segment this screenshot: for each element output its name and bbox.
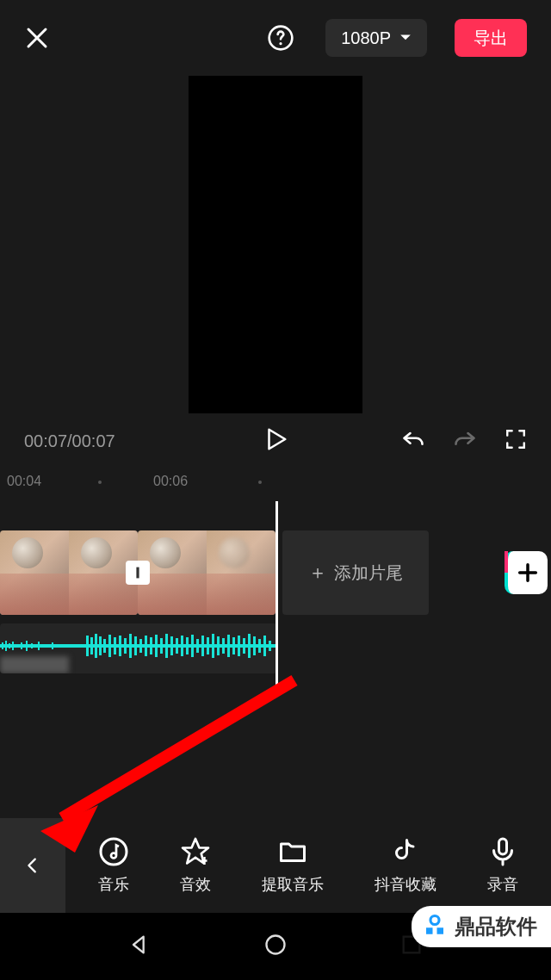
svg-rect-46 [243,638,245,654]
svg-rect-15 [86,636,89,656]
svg-rect-59 [437,927,444,934]
svg-point-1 [280,42,282,45]
microphone-icon [487,836,518,867]
tool-sound-effect[interactable]: 音效 [180,836,211,895]
tool-record[interactable]: 录音 [487,836,518,895]
timeline[interactable]: ＋ 添加片尾 [0,494,551,832]
redo-button[interactable] [453,427,477,455]
svg-rect-30 [160,638,163,654]
ruler-mark: 00:04 [7,474,41,489]
svg-rect-58 [426,927,433,934]
svg-rect-21 [114,637,116,654]
tool-douyin-favorites[interactable]: 抖音收藏 [375,836,436,895]
timeline-ruler[interactable]: 00:04 00:06 [0,474,551,494]
svg-rect-8 [15,644,17,648]
svg-rect-32 [170,636,173,655]
svg-rect-54 [499,839,507,854]
svg-rect-35 [186,637,189,654]
chevron-down-icon [399,34,412,42]
svg-rect-33 [176,638,178,654]
tool-extract-music[interactable]: 提取音乐 [262,836,324,895]
transition-button[interactable] [126,561,150,585]
video-clip[interactable] [138,530,276,615]
svg-rect-7 [12,642,14,650]
svg-rect-45 [238,636,240,656]
svg-rect-17 [95,634,97,658]
svg-rect-39 [207,637,209,654]
svg-rect-27 [145,636,147,656]
close-button[interactable] [24,25,50,51]
svg-rect-48 [253,636,256,655]
svg-rect-38 [201,636,204,656]
svg-rect-10 [26,641,28,651]
music-icon [98,836,129,867]
svg-rect-31 [165,634,168,658]
fullscreen-button[interactable] [505,428,527,454]
play-button[interactable] [263,426,288,456]
resolution-selector[interactable]: 1080P [325,19,427,57]
svg-rect-43 [227,635,230,657]
svg-rect-47 [248,634,251,658]
tool-music[interactable]: 音乐 [98,836,129,895]
svg-rect-2 [136,568,139,579]
video-clip[interactable] [0,530,138,615]
svg-rect-3 [0,644,277,648]
resolution-label: 1080P [341,28,391,48]
svg-rect-14 [52,642,53,649]
star-icon [180,836,211,867]
svg-rect-4 [2,642,3,649]
svg-rect-23 [124,638,127,654]
preview-frame [189,76,362,413]
svg-rect-37 [196,639,199,653]
watermark-badge: 鼎品软件 [412,906,551,947]
svg-rect-36 [191,635,194,657]
svg-rect-9 [21,642,22,649]
time-display: 00:07/00:07 [24,431,115,451]
add-clip-button[interactable] [505,551,548,594]
svg-point-57 [430,916,439,925]
svg-rect-50 [263,636,266,656]
svg-rect-26 [139,639,142,653]
back-button[interactable] [0,818,65,913]
folder-icon [277,836,308,867]
svg-rect-41 [217,636,220,655]
video-preview[interactable] [0,76,551,413]
export-button[interactable]: 导出 [455,19,527,57]
audio-clip-label [0,656,69,673]
svg-rect-40 [212,634,214,658]
undo-button[interactable] [401,427,425,455]
svg-point-55 [267,936,285,954]
svg-rect-13 [45,644,46,648]
svg-rect-11 [31,643,33,648]
svg-rect-25 [134,636,137,655]
svg-rect-42 [222,638,225,654]
svg-rect-19 [103,639,106,653]
svg-rect-20 [108,635,111,657]
ruler-mark: 00:06 [153,474,188,489]
nav-back[interactable] [127,933,152,960]
svg-rect-34 [181,636,183,656]
playhead[interactable] [276,501,278,691]
nav-home[interactable] [263,933,288,960]
svg-rect-29 [155,635,158,657]
svg-rect-22 [119,636,121,656]
svg-point-53 [101,839,127,865]
help-icon[interactable] [267,24,294,52]
watermark-icon [422,914,448,940]
svg-rect-24 [129,634,132,658]
svg-rect-51 [269,641,271,651]
svg-rect-44 [232,637,235,654]
svg-rect-12 [38,642,40,650]
add-ending-button[interactable]: ＋ 添加片尾 [282,530,429,615]
svg-rect-18 [99,636,102,655]
svg-rect-6 [9,643,10,648]
svg-rect-28 [150,637,152,654]
douyin-icon [390,836,421,867]
svg-rect-5 [5,641,7,651]
svg-rect-16 [90,637,93,654]
audio-track[interactable] [0,623,277,673]
svg-rect-49 [258,639,261,653]
